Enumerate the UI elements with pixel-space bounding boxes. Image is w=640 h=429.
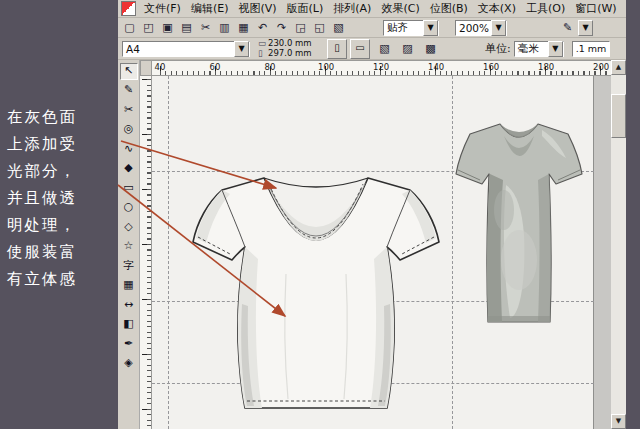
ruler-corner: [140, 60, 152, 76]
annotation-line: 光部分，: [7, 158, 125, 185]
chevron-down-icon[interactable]: ▼: [423, 20, 438, 36]
save-icon[interactable]: ▣: [159, 19, 176, 36]
units-value: 毫米: [515, 42, 548, 56]
chevron-down-icon[interactable]: ▼: [234, 41, 249, 57]
scroll-up-icon[interactable]: ▲: [611, 60, 626, 75]
shape-tool[interactable]: ✎: [120, 82, 138, 99]
menu-item-window[interactable]: 窗口(W): [570, 0, 621, 18]
ruler-number: 80: [263, 62, 277, 72]
toolbox: ↖ ✎ ✂ ◎ ∿ ◆ ▭ ○ ◇ ☆ 字 ▦ ↔ ◧ ✒ ◈: [118, 60, 140, 429]
snap-to-label: 贴齐: [384, 21, 423, 35]
ruler-number: 60: [208, 62, 222, 72]
new-document-icon[interactable]: ▢: [121, 19, 138, 36]
screenshot-root: 在灰色面 上添加受 光部分， 并且做透 明处理， 使服装富 有立体感 文件(F)…: [0, 0, 640, 429]
annotation-line: 上添加受: [7, 131, 125, 158]
all-pages-icon[interactable]: ▧: [376, 40, 393, 57]
menu-item-help[interactable]: 帮助(H): [622, 0, 626, 18]
annotation-line: 在灰色面: [7, 104, 125, 131]
export-icon[interactable]: ◱: [311, 19, 328, 36]
paper-height-icon: ▯: [258, 49, 268, 59]
open-folder-icon[interactable]: ◰: [140, 19, 157, 36]
cut-icon[interactable]: ✂: [197, 19, 214, 36]
menu-item-view[interactable]: 视图(V): [233, 0, 281, 18]
landscape-orientation-button[interactable]: ▭: [350, 39, 370, 59]
ruler-number: 140: [428, 62, 442, 72]
nudge-distance-field[interactable]: .1 mm: [572, 41, 611, 57]
menu-item-arrange[interactable]: 排列(A): [328, 0, 376, 18]
menu-item-text[interactable]: 文本(X): [473, 0, 521, 18]
polygon-tool[interactable]: ◇: [120, 219, 138, 236]
horizontal-ruler: 40 60 80 100 120 140 160 180 200: [152, 60, 611, 76]
current-page-icon[interactable]: ▨: [399, 40, 416, 57]
menu-bar: 文件(F) 编辑(E) 视图(V) 版面(L) 排列(A) 效果(C) 位图(B…: [118, 0, 626, 18]
paper-width-value[interactable]: 230.0 mm: [268, 38, 312, 48]
drawing-canvas[interactable]: [152, 76, 611, 429]
outline-pen-tool[interactable]: ✒: [120, 336, 138, 353]
standard-toolbar: ▢ ◰ ▣ ▤ ✂ ▥ ▦ ↶ ↷ ◲ ◱ ▧ 贴齐 ▼ 200% ▼ ✎ ▼: [118, 18, 626, 38]
chevron-down-icon[interactable]: ▼: [491, 20, 506, 36]
annotation-line: 有立体感: [7, 266, 125, 293]
ruler-number: 120: [373, 62, 387, 72]
fill-tool[interactable]: ◈: [120, 355, 138, 372]
app-logo-icon: [121, 1, 136, 16]
menu-item-layout[interactable]: 版面(L): [282, 0, 329, 18]
ruler-number: 180: [538, 62, 552, 72]
zoom-level-dropdown[interactable]: 200% ▼: [455, 20, 507, 36]
paper-dimensions: ▭230.0 mm ▯297.0 mm: [258, 39, 324, 58]
paper-size-dropdown[interactable]: A4 ▼: [122, 41, 250, 57]
coreldraw-window: 文件(F) 编辑(E) 视图(V) 版面(L) 排列(A) 效果(C) 位图(B…: [118, 0, 626, 429]
units-label: 单位:: [485, 41, 511, 56]
small-tshirt-drawing[interactable]: [453, 110, 585, 338]
menu-item-tools[interactable]: 工具(O): [521, 0, 570, 18]
ruler-number: 200: [593, 62, 607, 72]
big-tshirt-drawing[interactable]: [186, 154, 446, 426]
ellipse-tool[interactable]: ○: [120, 199, 138, 216]
pen-settings-icon[interactable]: ✎: [559, 19, 576, 36]
scroll-down-icon[interactable]: ▼: [611, 414, 626, 429]
guideline-vertical[interactable]: [168, 76, 169, 429]
text-tool[interactable]: 字: [120, 258, 138, 275]
menu-item-effects[interactable]: 效果(C): [376, 0, 424, 18]
menu-item-bitmaps[interactable]: 位图(B): [425, 0, 473, 18]
portrait-orientation-button[interactable]: ▯: [327, 39, 347, 59]
undo-icon[interactable]: ↶: [254, 19, 271, 36]
left-annotation-panel: 在灰色面 上添加受 光部分， 并且做透 明处理， 使服装富 有立体感: [0, 104, 125, 293]
menu-item-file[interactable]: 文件(F): [139, 0, 186, 18]
menu-item-edit[interactable]: 编辑(E): [186, 0, 234, 18]
smart-fill-tool[interactable]: ◆: [120, 160, 138, 177]
ruler-number: 100: [318, 62, 332, 72]
basic-shapes-tool[interactable]: ☆: [120, 238, 138, 255]
app-launcher-icon[interactable]: ▧: [330, 19, 347, 36]
crop-tool[interactable]: ✂: [120, 102, 138, 119]
annotation-line: 使服装富: [7, 239, 125, 266]
annotation-line: 并且做透: [7, 185, 125, 212]
redo-icon[interactable]: ↷: [273, 19, 290, 36]
paste-icon[interactable]: ▦: [235, 19, 252, 36]
snap-to-dropdown[interactable]: 贴齐 ▼: [383, 20, 439, 36]
vertical-scrollbar[interactable]: ▲ ▼: [611, 60, 626, 429]
dimension-tool[interactable]: ↔: [120, 297, 138, 314]
ruler-number: 160: [483, 62, 497, 72]
paper-size-value: A4: [123, 43, 234, 55]
property-bar: A4 ▼ ▭230.0 mm ▯297.0 mm ▯ ▭ ▧ ▨ ▩ 单位: 毫…: [118, 38, 626, 60]
annotation-line: 明处理，: [7, 212, 125, 239]
paper-height-value[interactable]: 297.0 mm: [268, 48, 312, 58]
print-icon[interactable]: ▤: [178, 19, 195, 36]
zoom-tool[interactable]: ◎: [120, 121, 138, 138]
copy-icon[interactable]: ▥: [216, 19, 233, 36]
units-dropdown[interactable]: 毫米 ▼: [514, 41, 564, 57]
import-icon[interactable]: ◲: [292, 19, 309, 36]
ruler-number: 40: [153, 62, 167, 72]
rectangle-tool[interactable]: ▭: [120, 180, 138, 197]
freehand-tool[interactable]: ∿: [120, 141, 138, 158]
chevron-down-icon[interactable]: ▼: [578, 20, 593, 36]
scrollbar-thumb[interactable]: [611, 94, 626, 138]
table-tool[interactable]: ▦: [120, 277, 138, 294]
interactive-blend-tool[interactable]: ◧: [120, 316, 138, 333]
pick-tool[interactable]: ↖: [120, 63, 138, 80]
chevron-down-icon[interactable]: ▼: [548, 41, 563, 57]
zoom-level-value: 200%: [456, 22, 491, 34]
vertical-ruler: [140, 76, 152, 429]
grid-setup-icon[interactable]: ▩: [422, 40, 439, 57]
